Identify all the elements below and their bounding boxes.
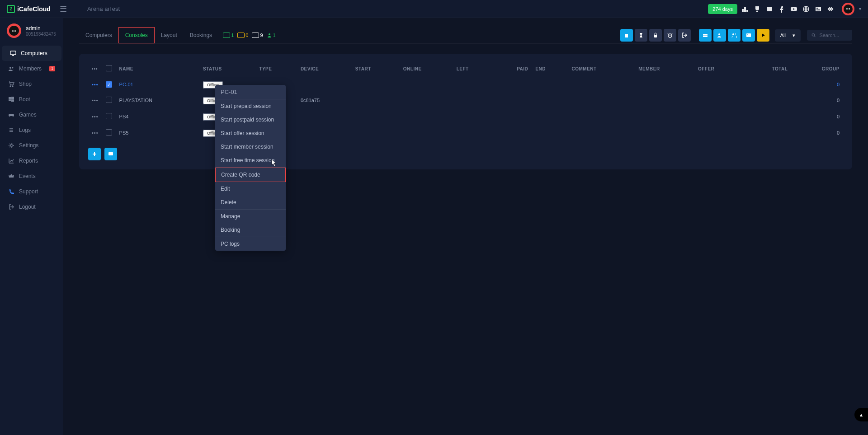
context-create-qr[interactable]: Create QR code (215, 168, 286, 182)
web-icon[interactable] (802, 5, 811, 14)
row-checkbox[interactable] (106, 113, 112, 119)
col-end[interactable]: END (532, 61, 568, 77)
row-actions-icon[interactable]: ••• (92, 130, 99, 136)
row-checkbox[interactable] (106, 129, 112, 136)
sidebar-item-events[interactable]: Events (0, 168, 63, 184)
phone-icon (8, 188, 14, 195)
context-pc-logs[interactable]: PC logs (215, 237, 286, 251)
col-start[interactable]: START (352, 61, 400, 77)
col-name[interactable]: NAME (116, 61, 199, 77)
days-badge[interactable]: 274 days (708, 4, 737, 14)
col-paid[interactable]: PAID (493, 61, 532, 77)
svg-rect-0 (742, 9, 744, 12)
add-button[interactable] (88, 148, 101, 160)
topbar: 2 iCafeCloud ☰ Arena aiTest 274 days ▾ (0, 0, 868, 18)
news-icon[interactable] (814, 5, 823, 14)
leaderboard-icon[interactable] (741, 5, 750, 14)
discord-icon[interactable] (765, 5, 774, 14)
row-checkbox[interactable] (106, 97, 112, 103)
sidebar-item-boot[interactable]: Boot (0, 92, 63, 107)
action-play-button[interactable] (757, 29, 769, 42)
sidebar-item-games[interactable]: Games (0, 107, 63, 122)
col-total[interactable]: TOTAL (744, 61, 792, 77)
logo-icon: 2 (7, 5, 15, 13)
sidebar-item-logs[interactable]: Logs (0, 122, 63, 138)
row-actions-icon[interactable]: ••• (92, 114, 99, 119)
row-checkbox[interactable]: ✓ (106, 81, 112, 88)
status-offline-count[interactable]: 9 (252, 33, 263, 38)
sidebar-item-support[interactable]: Support (0, 184, 63, 199)
context-start-free[interactable]: Start free time session (215, 154, 286, 167)
chevron-down-icon: ▾ (793, 33, 795, 38)
table-row[interactable]: ••• PS5 Offline 0 (88, 125, 843, 141)
monitor-icon (223, 33, 230, 38)
col-member[interactable]: MEMBER (635, 61, 694, 77)
select-all-checkbox[interactable] (106, 65, 112, 71)
trophy-icon[interactable] (753, 5, 762, 14)
action-alarm-button[interactable] (664, 29, 676, 42)
action-card-button[interactable] (699, 29, 712, 42)
sidebar-item-reports[interactable]: Reports (0, 153, 63, 168)
col-online[interactable]: ONLINE (400, 61, 453, 77)
context-start-postpaid[interactable]: Start postpaid session (215, 113, 286, 126)
col-group[interactable]: GROUP (791, 61, 843, 77)
main-content: Computers Consoles Layout Bookings 1 0 9… (63, 18, 868, 435)
user-name: admin (26, 25, 56, 32)
context-manage[interactable]: Manage (215, 210, 286, 223)
crown-icon (8, 173, 14, 179)
sidebar-item-shop[interactable]: Shop (0, 76, 63, 92)
row-actions-icon[interactable]: ••• (92, 98, 99, 103)
table-row[interactable]: ••• PLAYSTATION Offline 0c81a75 0 (88, 92, 843, 108)
link-icon[interactable] (826, 5, 835, 14)
col-status[interactable]: STATUS (199, 61, 255, 77)
search-input[interactable] (819, 33, 848, 38)
status-online-count[interactable]: 1 (223, 33, 234, 38)
search-box[interactable] (807, 30, 852, 41)
table-row[interactable]: ••• ✓ PC-01 Offline 0 (88, 77, 843, 92)
avatar[interactable] (842, 3, 854, 15)
logo[interactable]: 2 iCafeCloud (7, 5, 51, 13)
members-badge: 1 (49, 66, 55, 71)
status-busy-count[interactable]: 0 (237, 33, 248, 38)
sidebar-item-computers[interactable]: Computers (2, 46, 61, 61)
user-block[interactable]: admin 005193482475 (0, 18, 63, 43)
facebook-icon[interactable] (777, 5, 786, 14)
col-comment[interactable]: COMMENT (568, 61, 635, 77)
action-exit-button[interactable] (678, 29, 691, 42)
scroll-top-button[interactable]: ▴ (854, 408, 868, 421)
action-wait-button[interactable] (635, 29, 647, 42)
youtube-icon[interactable] (789, 5, 798, 14)
chevron-down-icon[interactable]: ▾ (859, 6, 861, 11)
table-row[interactable]: ••• PS4 Offline 0 (88, 108, 843, 125)
tab-computers[interactable]: Computers (79, 28, 118, 43)
action-lock-button[interactable] (649, 29, 662, 42)
filter-select[interactable]: All▾ (775, 29, 801, 42)
svg-rect-18 (11, 99, 14, 102)
col-offer[interactable]: OFFER (694, 61, 744, 77)
action-adduser-button[interactable] (713, 29, 726, 42)
col-type[interactable]: TYPE (255, 61, 297, 77)
sidebar-item-members[interactable]: Members1 (0, 61, 63, 76)
tab-consoles[interactable]: Consoles (118, 27, 155, 43)
hamburger-icon[interactable]: ☰ (60, 4, 67, 14)
context-booking[interactable]: Booking (215, 223, 286, 237)
context-start-prepaid[interactable]: Start prepaid session (215, 99, 286, 113)
gamepad-icon (8, 112, 14, 118)
action-switchuser-button[interactable] (728, 29, 741, 42)
tab-bookings[interactable]: Bookings (184, 28, 218, 43)
sidebar-item-settings[interactable]: Settings (0, 138, 63, 153)
col-device[interactable]: DEVICE (297, 61, 352, 77)
status-member-count[interactable]: 1 (267, 33, 276, 38)
context-delete[interactable]: Delete (215, 196, 286, 209)
action-screenshot-button[interactable] (742, 29, 755, 42)
monitor-button[interactable] (104, 148, 117, 160)
col-left[interactable]: LEFT (453, 61, 493, 77)
action-time-button[interactable] (620, 29, 633, 42)
context-start-member[interactable]: Start member session (215, 140, 286, 154)
row-actions-icon[interactable]: ••• (92, 82, 99, 87)
context-edit[interactable]: Edit (215, 182, 286, 196)
sidebar-item-logout[interactable]: Logout (0, 199, 63, 215)
header-actions-icon[interactable]: ••• (92, 66, 98, 71)
tab-layout[interactable]: Layout (155, 28, 184, 43)
context-start-offer[interactable]: Start offer session (215, 126, 286, 140)
